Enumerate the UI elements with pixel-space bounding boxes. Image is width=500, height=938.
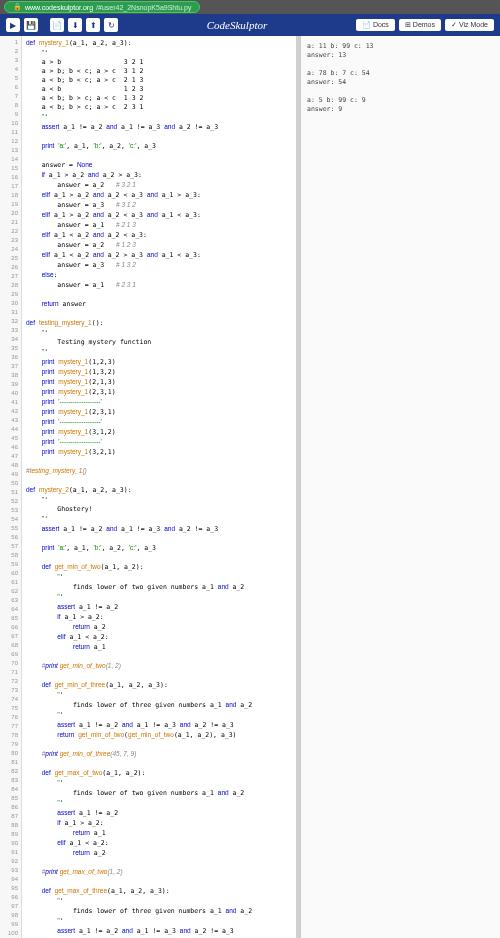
fresh-button[interactable]: 📄 <box>50 18 64 32</box>
url-pill[interactable]: 🔒 www.codeskulptor.org/#user42_2NsnopK5a… <box>4 1 200 13</box>
code-area[interactable]: def mystery_1(a_1, a_2, a_3): ''' a > b … <box>22 36 296 938</box>
viz-mode-button[interactable]: ✓ Viz Mode <box>445 19 494 31</box>
download-button[interactable]: ⬇ <box>68 18 82 32</box>
app-title: CodeSkulptor <box>207 19 268 31</box>
save-button[interactable]: 💾 <box>24 18 38 32</box>
code-editor[interactable]: 1234567891011121314151617181920212223242… <box>0 36 300 938</box>
url-path: /#user42_2NsnopK5a9Shtu.py <box>96 4 191 11</box>
output-console: a: 11 b: 99 c: 13 answer: 13 a: 78 b: 7 … <box>300 36 500 938</box>
url-domain: www.codeskulptor.org <box>25 4 93 11</box>
demos-button[interactable]: ⊞ Demos <box>399 19 441 31</box>
address-bar: 🔒 www.codeskulptor.org/#user42_2NsnopK5a… <box>0 0 500 14</box>
main-panel: 1234567891011121314151617181920212223242… <box>0 36 500 938</box>
docs-button[interactable]: 📄 Docs <box>356 19 395 31</box>
upload-button[interactable]: ⬆ <box>86 18 100 32</box>
line-gutter: 1234567891011121314151617181920212223242… <box>0 36 22 938</box>
toolbar: ▶ 💾 📄 ⬇ ⬆ ↻ CodeSkulptor 📄 Docs ⊞ Demos … <box>0 14 500 36</box>
reset-button[interactable]: ↻ <box>104 18 118 32</box>
toolbar-right: 📄 Docs ⊞ Demos ✓ Viz Mode <box>356 19 494 31</box>
run-button[interactable]: ▶ <box>6 18 20 32</box>
lock-icon: 🔒 <box>13 3 22 11</box>
toolbar-left: ▶ 💾 📄 ⬇ ⬆ ↻ <box>6 18 118 32</box>
